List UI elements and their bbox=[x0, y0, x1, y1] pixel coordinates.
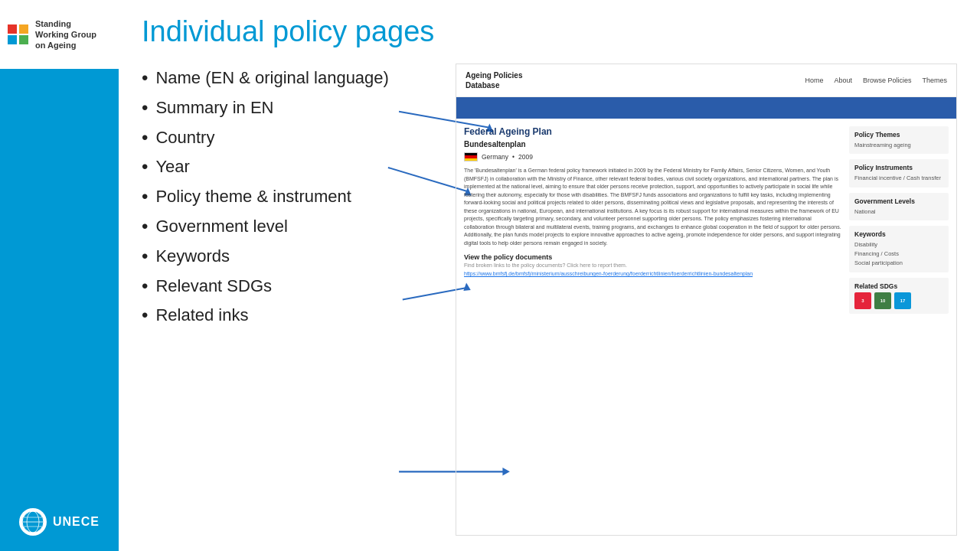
logo-squares bbox=[8, 24, 29, 44]
mock-docs-sub: Find broken links to the policy document… bbox=[464, 262, 841, 268]
mock-country: Germany bbox=[482, 153, 508, 161]
govt-levels-panel: Government Levels National bbox=[849, 193, 949, 220]
mock-brand: Ageing Policies Database bbox=[466, 70, 522, 90]
policy-themes-title: Policy Themes bbox=[854, 131, 943, 139]
keywords-title: Keywords bbox=[854, 230, 943, 238]
sq-green bbox=[19, 35, 28, 44]
bullet-item-1: Summary in EN bbox=[142, 97, 425, 119]
unece-label: UNECE bbox=[53, 515, 100, 529]
bullet-item-5: Government level bbox=[142, 216, 425, 238]
policy-themes-panel: Policy Themes Mainstreaming ageing bbox=[849, 126, 949, 154]
main-content: Individual policy pages Name (EN & origi… bbox=[119, 0, 980, 551]
sq-red bbox=[8, 24, 17, 34]
mock-nav-links: Home About Browse Policies Themes bbox=[805, 77, 947, 84]
mock-body: Federal Ageing Plan Bundesaltenplan Germ… bbox=[456, 119, 956, 327]
mock-docs-title: View the policy documents bbox=[464, 253, 841, 261]
govt-levels-value: National bbox=[854, 207, 943, 216]
nav-about[interactable]: About bbox=[834, 77, 852, 84]
unece-globe-icon bbox=[19, 508, 47, 536]
policy-instruments-panel: Policy Instruments Financial incentive /… bbox=[849, 159, 949, 187]
keyword-item: Financing / Costs bbox=[854, 249, 943, 259]
unece-logo: UNECE bbox=[19, 508, 100, 536]
keyword-item: Social participation bbox=[854, 259, 943, 268]
sdg-10-icon: 10 bbox=[874, 292, 891, 309]
mock-summary: The 'Bundesaltenplan' is a German federa… bbox=[464, 167, 841, 247]
logo-text: StandingWorking Groupon Ageing bbox=[35, 18, 96, 51]
policy-instruments-title: Policy Instruments bbox=[854, 164, 943, 171]
bullet-item-3: Year bbox=[142, 156, 425, 178]
bullet-item-7: Relevant SDGs bbox=[142, 276, 425, 298]
policy-themes-value: Mainstreaming ageing bbox=[854, 141, 943, 149]
sidebar-bottom: UNECE bbox=[19, 508, 100, 536]
website-mockup: Ageing Policies Database Home About Brow… bbox=[456, 64, 957, 536]
related-sdgs-title: Related SDGs bbox=[854, 282, 943, 290]
sidebar: StandingWorking Groupon Ageing UNECE bbox=[0, 0, 119, 551]
keywords-panel: Keywords DisabilityFinancing / CostsSoci… bbox=[849, 226, 949, 272]
nav-browse[interactable]: Browse Policies bbox=[863, 77, 912, 84]
bullet-item-6: Keywords bbox=[142, 246, 425, 268]
policy-instruments-value: Financial incentive / Cash transfer bbox=[854, 174, 943, 182]
bullet-item-0: Name (EN & original language) bbox=[142, 67, 425, 90]
bullet-list: Name (EN & original language)Summary in … bbox=[142, 64, 425, 536]
nav-home[interactable]: Home bbox=[805, 77, 823, 84]
mock-policy-title-en: Federal Ageing Plan bbox=[464, 126, 841, 137]
nav-themes[interactable]: Themes bbox=[922, 77, 947, 84]
bullet-item-4: Policy theme & instrument bbox=[142, 186, 425, 208]
sq-blue bbox=[8, 35, 17, 44]
mock-policy-title-orig: Bundesaltenplan bbox=[464, 140, 841, 148]
mock-nav: Ageing Policies Database Home About Brow… bbox=[456, 64, 956, 97]
mock-main-content: Federal Ageing Plan Bundesaltenplan Germ… bbox=[464, 126, 841, 319]
mock-policy-link[interactable]: https://www.bmfsfj.de/bmfsfj/ministerium… bbox=[464, 271, 841, 276]
related-sdgs-panel: Related SDGs 3 10 17 bbox=[849, 278, 949, 314]
mock-right-sidebar: Policy Themes Mainstreaming ageing Polic… bbox=[849, 126, 949, 319]
keywords-value: DisabilityFinancing / CostsSocial partic… bbox=[854, 240, 943, 268]
keyword-item: Disability bbox=[854, 240, 943, 249]
content-row: Name (EN & original language)Summary in … bbox=[142, 64, 957, 536]
bullet-item-2: Country bbox=[142, 127, 425, 149]
sdg-17-icon: 17 bbox=[894, 292, 911, 309]
bullet-item-8: Related inks bbox=[142, 305, 425, 327]
sdg-3-icon: 3 bbox=[854, 292, 871, 309]
govt-levels-title: Government Levels bbox=[854, 197, 943, 205]
logo-area: StandingWorking Groupon Ageing bbox=[0, 0, 119, 69]
germany-flag-icon bbox=[464, 152, 478, 161]
mock-banner bbox=[456, 97, 956, 119]
mock-country-row: Germany • 2009 bbox=[464, 152, 841, 161]
sdg-icons: 3 10 17 bbox=[854, 292, 943, 309]
slide-title: Individual policy pages bbox=[142, 15, 957, 48]
sq-yellow bbox=[19, 24, 28, 34]
mock-year: 2009 bbox=[518, 153, 533, 161]
